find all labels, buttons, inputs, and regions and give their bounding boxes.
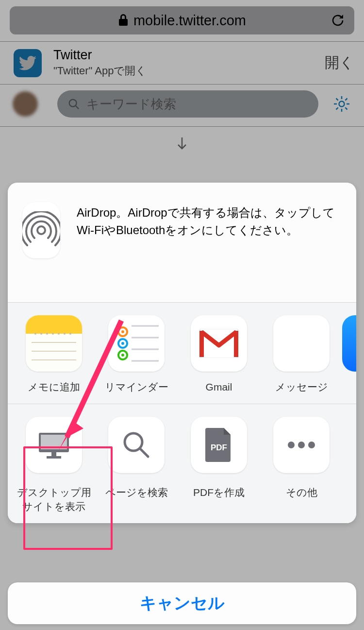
svg-rect-43	[47, 456, 61, 459]
action-create-pdf[interactable]: PDF PDFを作成	[178, 417, 260, 513]
svg-rect-42	[51, 452, 56, 456]
svg-point-48	[298, 442, 305, 448]
cancel-button[interactable]: キャンセル	[8, 582, 356, 624]
svg-line-45	[140, 449, 148, 457]
svg-rect-13	[26, 315, 82, 334]
share-app-partial[interactable]	[342, 315, 356, 372]
svg-point-20	[46, 333, 48, 335]
svg-point-21	[52, 333, 54, 335]
svg-text:PDF: PDF	[211, 443, 227, 452]
airdrop-text: AirDrop。AirDropで共有する場合は、タップしてWi-FiやBluet…	[77, 202, 342, 258]
airdrop-section[interactable]: AirDrop。AirDropで共有する場合は、タップしてWi-FiやBluet…	[8, 183, 356, 303]
more-icon	[284, 440, 318, 450]
magnifier-icon	[121, 429, 152, 460]
share-app-label: メモに追加	[13, 380, 95, 394]
airdrop-icon	[22, 202, 60, 258]
share-actions-row: デスクトップ用 サイトを表示 ページを検索 PDF PDFを作成	[8, 404, 356, 523]
action-label: PDFを作成	[178, 486, 260, 499]
svg-point-12	[37, 226, 45, 234]
share-sheet: AirDrop。AirDropで共有する場合は、タップしてWi-FiやBluet…	[8, 183, 356, 523]
share-app-reminders[interactable]: リマインダー	[95, 315, 178, 394]
share-app-label: リマインダー	[95, 380, 178, 394]
action-label: その他	[260, 486, 343, 499]
action-label: デスクトップ用 サイトを表示	[13, 486, 95, 513]
svg-rect-14	[26, 334, 82, 372]
svg-point-27	[121, 330, 124, 333]
svg-point-31	[121, 354, 124, 357]
svg-rect-25	[108, 315, 165, 372]
share-app-notes[interactable]: メモに追加	[13, 315, 95, 394]
share-app-label: Gmail	[178, 380, 260, 394]
svg-rect-37	[199, 331, 204, 357]
share-app-messages[interactable]: メッセージ	[260, 315, 343, 394]
share-app-label: メッセージ	[260, 380, 343, 394]
svg-point-24	[69, 333, 71, 335]
svg-rect-41	[41, 435, 67, 449]
svg-point-29	[121, 342, 124, 345]
svg-point-22	[58, 333, 60, 335]
svg-point-18	[34, 333, 36, 335]
action-more[interactable]: その他	[260, 417, 343, 513]
action-label: ページを検索	[95, 486, 178, 499]
svg-point-19	[40, 333, 42, 335]
svg-point-47	[288, 442, 295, 448]
svg-point-23	[64, 333, 66, 335]
svg-rect-38	[234, 331, 238, 357]
svg-point-39	[286, 329, 317, 355]
share-apps-row: メモに追加 リマインダー	[8, 303, 356, 404]
svg-point-49	[308, 442, 315, 448]
action-find-on-page[interactable]: ページを検索	[95, 417, 178, 513]
pdf-icon: PDF	[205, 428, 232, 462]
desktop-icon	[37, 431, 71, 459]
share-app-gmail[interactable]: Gmail	[178, 315, 260, 394]
action-request-desktop-site[interactable]: デスクトップ用 サイトを表示	[13, 417, 95, 513]
